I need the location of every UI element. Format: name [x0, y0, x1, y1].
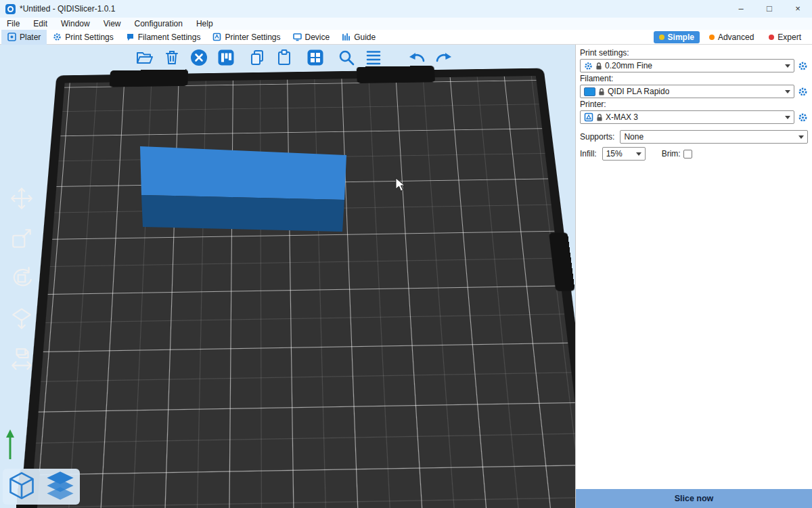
printer-icon — [584, 112, 593, 122]
lock-icon — [595, 62, 602, 70]
tab-filament-settings[interactable]: Filament Settings — [120, 30, 207, 45]
print-settings-select[interactable]: 0.20mm Fine — [580, 59, 794, 72]
expert-mode-dot-icon — [769, 35, 774, 40]
printer-label: Printer: — [580, 100, 808, 109]
print-settings-icon — [53, 33, 62, 41]
window-controls: – □ × — [727, 0, 812, 18]
place-on-face-icon — [9, 306, 34, 331]
tab-print-settings[interactable]: Print Settings — [47, 30, 119, 45]
advanced-mode-dot-icon — [709, 35, 715, 40]
tab-device[interactable]: Device — [287, 30, 336, 45]
chevron-down-icon — [785, 90, 790, 93]
paste-icon — [275, 49, 293, 66]
supports-select[interactable]: None — [620, 130, 808, 144]
tab-guide[interactable]: Guide — [336, 30, 382, 45]
supports-value: None — [624, 132, 644, 142]
chevron-down-icon — [785, 116, 790, 119]
mode-expert[interactable]: Expert — [763, 31, 807, 43]
redo-button[interactable] — [433, 47, 455, 68]
slice-now-button[interactable]: Slice now — [576, 489, 812, 508]
move-tool-button[interactable] — [7, 184, 37, 213]
rotate-tool-button[interactable] — [7, 263, 37, 293]
copy-button[interactable] — [246, 47, 268, 68]
variable-layer-height-icon — [365, 49, 382, 66]
object-toolbar — [134, 47, 464, 68]
infill-label: Infill: — [580, 149, 597, 158]
filament-label: Filament: — [580, 74, 808, 83]
variable-layer-height-button[interactable] — [363, 47, 384, 68]
split-button[interactable] — [304, 47, 326, 68]
undo-button[interactable] — [406, 47, 428, 68]
chevron-down-icon — [636, 152, 641, 156]
open-project-button[interactable] — [134, 47, 156, 68]
printer-gear-button[interactable] — [797, 112, 808, 123]
title-bar: *Untitled - QIDISlicer-1.0.1 – □ × — [0, 0, 812, 18]
menu-file[interactable]: File — [7, 19, 20, 28]
move-icon — [9, 186, 34, 211]
copy-icon — [248, 49, 266, 66]
infill-value: 15% — [606, 149, 623, 158]
gear-icon — [798, 87, 808, 97]
menu-help[interactable]: Help — [196, 19, 213, 28]
tab-printer-settings[interactable]: Printer Settings — [206, 30, 286, 45]
tab-bar: Plater Print Settings Filament Settings … — [0, 30, 812, 45]
filament-gear-button[interactable] — [797, 86, 808, 97]
plater-icon — [7, 33, 16, 41]
gear-icon — [798, 112, 808, 123]
arrange-icon — [217, 48, 235, 67]
filament-select[interactable]: QIDI PLA Rapido — [580, 85, 794, 98]
3d-viewport[interactable] — [0, 45, 575, 508]
simple-mode-dot-icon — [659, 35, 664, 40]
folder-open-icon — [136, 49, 154, 66]
app-logo-icon — [5, 4, 16, 14]
measure-tool-button[interactable] — [7, 343, 37, 373]
brim-checkbox[interactable] — [683, 150, 692, 158]
paste-button[interactable] — [273, 47, 295, 68]
maximize-button[interactable]: □ — [755, 0, 784, 18]
gear-icon — [798, 61, 808, 71]
undo-icon — [407, 48, 426, 67]
supports-label: Supports: — [580, 132, 614, 142]
layers-stack-icon — [45, 470, 76, 501]
arrange-button[interactable] — [215, 47, 237, 68]
filament-settings-icon — [126, 33, 135, 41]
mode-advanced[interactable]: Advanced — [704, 31, 759, 43]
3d-editor-view-button[interactable] — [7, 471, 36, 503]
menu-window[interactable]: Window — [61, 19, 90, 28]
scale-tool-button[interactable] — [7, 224, 37, 253]
brim-label: Brim: — [662, 149, 681, 158]
tab-plater[interactable]: Plater — [1, 30, 47, 45]
chevron-down-icon — [785, 64, 790, 68]
lock-icon — [598, 87, 605, 96]
window-title: *Untitled - QIDISlicer-1.0.1 — [20, 4, 115, 14]
place-on-face-tool-button[interactable] — [7, 303, 37, 333]
preview-layers-button[interactable] — [45, 470, 76, 504]
settings-sidebar: Print settings: 0.20mm Fine Filament: QI… — [575, 45, 812, 508]
print-settings-gear-button[interactable] — [797, 60, 808, 71]
y-axis-indicator — [4, 429, 16, 461]
gear-icon — [584, 62, 593, 70]
delete-all-icon — [189, 48, 208, 67]
mode-switcher: Simple Advanced Expert — [654, 31, 812, 43]
device-icon — [293, 33, 302, 41]
menu-configuration[interactable]: Configuration — [135, 19, 183, 28]
menu-edit[interactable]: Edit — [33, 19, 47, 28]
delete-all-button[interactable] — [188, 47, 210, 68]
minimize-button[interactable]: – — [727, 0, 755, 18]
filament-color-swatch — [584, 87, 595, 96]
redo-icon — [434, 48, 453, 67]
trash-icon — [163, 49, 181, 66]
print-bed — [57, 72, 544, 508]
search-button[interactable] — [336, 47, 357, 68]
bed-clip — [549, 232, 575, 291]
printer-select[interactable]: X-MAX 3 — [580, 110, 794, 124]
infill-select[interactable]: 15% — [602, 147, 646, 161]
search-icon — [338, 49, 355, 66]
delete-button[interactable] — [161, 47, 183, 68]
mode-simple[interactable]: Simple — [654, 31, 700, 43]
print-settings-label: Print settings: — [580, 48, 808, 58]
close-button[interactable]: × — [784, 0, 812, 18]
gizmo-toolbar — [7, 184, 37, 373]
rotate-icon — [9, 266, 34, 291]
menu-view[interactable]: View — [104, 19, 121, 28]
